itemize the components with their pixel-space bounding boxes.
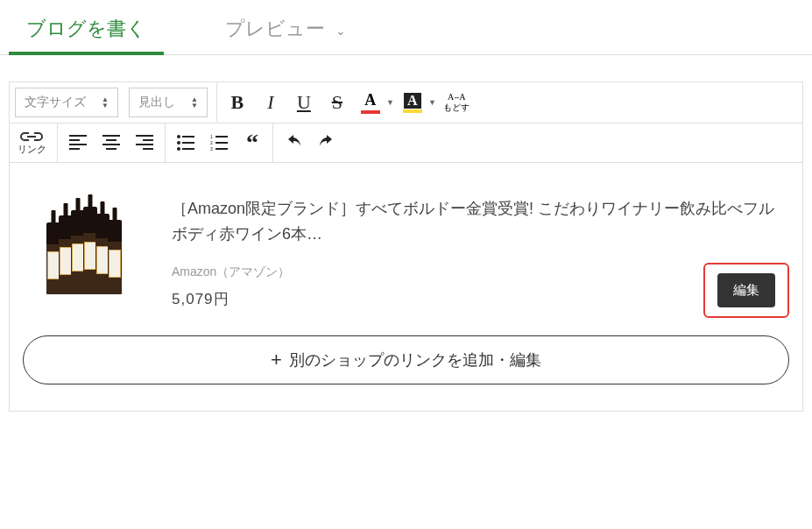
svg-point-2 [177, 141, 180, 145]
product-image [23, 189, 145, 294]
heading-label: 見出し [138, 95, 175, 110]
align-right-button[interactable] [128, 123, 161, 162]
chevron-down-icon: ⌄ [335, 24, 346, 38]
svg-text:1: 1 [210, 135, 213, 139]
toolbar: 文字サイズ ▲▼ 見出し ▲▼ B I U S A ▼ A ▼ A↔A もどす [9, 81, 803, 163]
text-color-icon: A [364, 91, 376, 109]
updown-icon: ▲▼ [191, 96, 198, 109]
tab-preview-label: プレビュー [225, 18, 325, 39]
strikethrough-button[interactable]: S [321, 83, 354, 122]
edit-highlight: 編集 [703, 263, 789, 318]
svg-rect-9 [215, 142, 228, 144]
numbered-list-icon: 123 [210, 135, 228, 151]
align-center-icon [102, 135, 120, 151]
chevron-down-icon: ▼ [386, 98, 394, 107]
bold-button[interactable]: B [221, 83, 254, 122]
add-link-label: 別のショップのリンクを追加・編集 [289, 349, 541, 370]
product-title: ［Amazon限定ブランド］すべてボルドー金賞受賞! こだわりワイナリー飲み比べ… [172, 196, 789, 247]
tab-preview[interactable]: プレビュー ⌄ [208, 0, 364, 54]
svg-rect-3 [182, 142, 194, 144]
tab-bar: ブログを書く プレビュー ⌄ [0, 0, 812, 55]
product-card: ［Amazon限定ブランド］すべてボルドー金賞受賞! こだわりワイナリー飲み比べ… [23, 189, 789, 327]
svg-rect-11 [215, 148, 228, 150]
separator [272, 123, 273, 162]
bg-color-icon: A [404, 93, 421, 109]
svg-rect-1 [182, 136, 194, 138]
color-bar [403, 109, 422, 113]
separator [165, 123, 166, 162]
color-bar [361, 110, 380, 114]
separator [57, 123, 58, 162]
toolbar-row-2: リンク 123 “ [10, 123, 802, 162]
align-left-icon [69, 135, 87, 151]
align-right-icon [136, 135, 153, 151]
link-icon [20, 130, 43, 143]
link-button[interactable]: リンク [10, 123, 53, 162]
svg-point-4 [177, 147, 180, 151]
product-price: 5,079円 [172, 289, 789, 309]
separator [216, 83, 217, 122]
redo-icon [317, 135, 336, 151]
product-shop: Amazon（アマゾン） [172, 264, 789, 280]
font-size-label: 文字サイズ [25, 95, 86, 110]
align-left-button[interactable] [61, 123, 95, 162]
numbered-list-button[interactable]: 123 [202, 123, 236, 162]
heading-dropdown[interactable]: 見出し ▲▼ [129, 88, 208, 117]
font-size-dropdown[interactable]: 文字サイズ ▲▼ [15, 88, 118, 117]
editor-area[interactable]: ［Amazon限定ブランド］すべてボルドー金賞受賞! こだわりワイナリー飲み比べ… [9, 163, 803, 412]
plus-icon: + [271, 349, 282, 371]
svg-rect-7 [215, 136, 228, 138]
svg-text:3: 3 [210, 146, 213, 151]
bg-color-button[interactable]: A ▼ [396, 83, 429, 122]
wine-bottle-icon [108, 220, 122, 294]
bullet-list-icon [177, 135, 194, 151]
undo-button[interactable] [277, 123, 310, 162]
add-shop-link-button[interactable]: + 別のショップのリンクを追加・編集 [23, 335, 789, 384]
italic-button[interactable]: I [254, 83, 287, 122]
svg-text:2: 2 [210, 140, 213, 145]
reset-format-button[interactable]: A↔A もどす [438, 83, 475, 122]
svg-point-0 [177, 135, 180, 138]
bullet-list-button[interactable] [169, 123, 202, 162]
underline-button[interactable]: U [287, 83, 321, 122]
align-center-button[interactable] [95, 123, 128, 162]
tab-write[interactable]: ブログを書く [9, 0, 164, 54]
text-color-button[interactable]: A ▼ [354, 83, 387, 122]
svg-rect-5 [182, 148, 194, 150]
toolbar-row-1: 文字サイズ ▲▼ 見出し ▲▼ B I U S A ▼ A ▼ A↔A もどす [10, 82, 802, 123]
redo-button[interactable] [310, 123, 343, 162]
edit-button[interactable]: 編集 [717, 273, 775, 307]
chevron-down-icon: ▼ [428, 98, 436, 107]
undo-icon [284, 135, 303, 151]
reset-label: もどす [443, 102, 470, 114]
product-info: ［Amazon限定ブランド］すべてボルドー金賞受賞! こだわりワイナリー飲み比べ… [172, 189, 789, 309]
quote-button[interactable]: “ [236, 123, 269, 162]
reset-icon: A↔A [448, 92, 464, 102]
link-label: リンク [18, 143, 46, 156]
updown-icon: ▲▼ [102, 96, 109, 109]
